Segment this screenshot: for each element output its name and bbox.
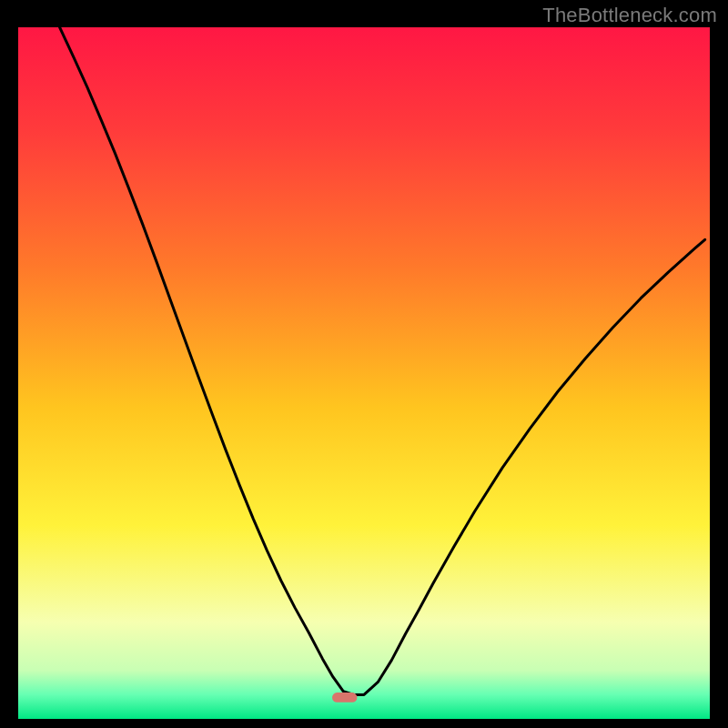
optimal-marker bbox=[332, 693, 357, 703]
plot-area bbox=[18, 27, 710, 719]
gradient-background bbox=[18, 27, 710, 719]
bottleneck-chart bbox=[18, 27, 710, 719]
watermark-text: TheBottleneck.com bbox=[542, 4, 717, 27]
chart-frame: TheBottleneck.com bbox=[0, 0, 728, 728]
